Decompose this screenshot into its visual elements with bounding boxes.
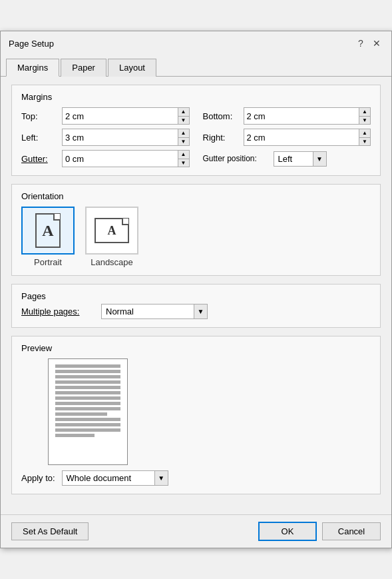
- right-input[interactable]: [244, 129, 359, 145]
- apply-to-arrow-icon: ▼: [154, 471, 168, 485]
- top-up-btn[interactable]: ▲: [178, 108, 189, 116]
- preview-line-2: [55, 370, 120, 373]
- tab-layout[interactable]: Layout: [108, 59, 156, 77]
- preview-line-7: [55, 396, 120, 400]
- tab-margins[interactable]: Margins: [6, 59, 59, 77]
- apply-row: Apply to: Whole document This point forw…: [21, 470, 168, 486]
- preview-page: [48, 358, 128, 465]
- bottom-down-btn[interactable]: ▼: [359, 116, 370, 124]
- gutter-row: Gutter: ▲ ▼: [21, 150, 190, 167]
- ok-button[interactable]: OK: [258, 522, 317, 541]
- top-input[interactable]: [63, 108, 178, 124]
- close-button[interactable]: ✕: [370, 37, 383, 50]
- preview-line-13: [55, 428, 120, 432]
- bottom-input[interactable]: [244, 108, 359, 124]
- left-spinner: ▲ ▼: [62, 129, 190, 146]
- left-up-btn[interactable]: ▲: [178, 129, 189, 137]
- apply-to-select[interactable]: Whole document This point forward: [63, 471, 154, 485]
- multiple-pages-arrow-icon: ▼: [194, 304, 207, 318]
- landscape-page-icon: [95, 218, 129, 243]
- page-setup-dialog: Page Setup ? ✕ Margins Paper Layout Marg…: [0, 31, 392, 548]
- apply-to-label: Apply to:: [21, 473, 55, 483]
- top-spinner: ▲ ▼: [62, 107, 190, 125]
- right-down-btn[interactable]: ▼: [359, 137, 370, 145]
- preview-line-14: [55, 434, 95, 437]
- cancel-button[interactable]: Cancel: [322, 522, 381, 540]
- pages-group: Pages Multiple pages: Normal Mirror marg…: [11, 284, 381, 328]
- right-up-btn[interactable]: ▲: [359, 129, 370, 137]
- pages-group-label: Pages: [21, 291, 371, 301]
- bottom-spinner: ▲ ▼: [244, 107, 371, 125]
- margins-grid: Top: ▲ ▼ Bottom: ▲: [21, 107, 371, 167]
- top-row: Top: ▲ ▼: [21, 107, 190, 125]
- right-label: Right:: [203, 133, 240, 143]
- portrait-page-icon: [35, 213, 61, 248]
- preview-line-4: [55, 380, 120, 384]
- gutter-up-btn[interactable]: ▲: [178, 151, 189, 159]
- landscape-label: Landscape: [91, 257, 133, 267]
- bottom-label: Bottom:: [203, 111, 240, 121]
- gutter-input[interactable]: [63, 151, 178, 167]
- preview-line-12: [55, 423, 120, 426]
- margins-group-label: Margins: [21, 92, 371, 102]
- gutter-position-select[interactable]: Left Top: [274, 152, 313, 166]
- tab-paper[interactable]: Paper: [61, 59, 106, 77]
- gutter-label: Gutter:: [21, 154, 58, 164]
- orientation-label: Orientation: [21, 191, 371, 201]
- left-down-btn[interactable]: ▼: [178, 137, 189, 145]
- top-down-btn[interactable]: ▼: [178, 116, 189, 124]
- apply-to-select-wrap: Whole document This point forward ▼: [62, 470, 168, 486]
- orientation-group: Orientation Portrait: [11, 184, 381, 276]
- title-bar: Page Setup ? ✕: [1, 31, 391, 55]
- preview-group: Preview: [11, 336, 381, 494]
- bottom-up-btn[interactable]: ▲: [359, 108, 370, 116]
- left-row: Left: ▲ ▼: [21, 129, 190, 146]
- margins-group: Margins Top: ▲ ▼ Bottom:: [11, 85, 381, 176]
- landscape-corner: [122, 219, 128, 225]
- preview-line-1: [55, 364, 120, 368]
- gutter-spinner: ▲ ▼: [62, 150, 190, 167]
- top-spinner-btns: ▲ ▼: [178, 108, 189, 124]
- top-label: Top:: [21, 111, 58, 121]
- right-row: Right: ▲ ▼: [203, 129, 371, 146]
- preview-line-9: [55, 407, 120, 410]
- preview-line-8: [55, 402, 120, 405]
- bottom-bar: Set As Default OK Cancel: [1, 514, 391, 548]
- pages-row: Multiple pages: Normal Mirror margins 2 …: [21, 304, 371, 319]
- orientation-buttons: Portrait Landscape: [21, 207, 371, 267]
- bottom-spinner-btns: ▲ ▼: [359, 108, 370, 124]
- gutter-position-arrow-icon: ▼: [313, 152, 326, 166]
- preview-line-6: [55, 391, 120, 394]
- gutter-spinner-btns: ▲ ▼: [178, 151, 189, 167]
- gutter-position-label: Gutter position:: [203, 154, 270, 163]
- tab-content: Margins Top: ▲ ▼ Bottom:: [1, 77, 391, 514]
- gutter-position-row: Gutter position: Left Top ▼: [203, 150, 371, 167]
- preview-label: Preview: [21, 343, 371, 353]
- help-button[interactable]: ?: [354, 37, 367, 50]
- tab-bar: Margins Paper Layout: [1, 58, 391, 77]
- landscape-icon: [85, 207, 138, 255]
- preview-line-11: [55, 418, 120, 421]
- preview-line-3: [55, 375, 120, 378]
- preview-line-10: [55, 412, 107, 416]
- preview-content: Apply to: Whole document This point forw…: [21, 358, 371, 486]
- left-input[interactable]: [63, 129, 178, 145]
- multiple-pages-label: Multiple pages:: [21, 306, 95, 316]
- right-spinner: ▲ ▼: [244, 129, 371, 146]
- multiple-pages-select-wrap: Normal Mirror margins 2 pages per sheet …: [101, 304, 208, 319]
- right-spinner-btns: ▲ ▼: [359, 129, 370, 145]
- set-default-button[interactable]: Set As Default: [11, 522, 89, 540]
- multiple-pages-select[interactable]: Normal Mirror margins 2 pages per sheet …: [102, 304, 194, 318]
- portrait-corner: [53, 214, 60, 221]
- dialog-title: Page Setup: [9, 39, 54, 49]
- gutter-position-select-wrap: Left Top ▼: [274, 151, 327, 167]
- left-label: Left:: [21, 133, 58, 143]
- portrait-icon: [21, 207, 75, 255]
- bottom-row: Bottom: ▲ ▼: [203, 107, 371, 125]
- preview-line-5: [55, 386, 120, 389]
- gutter-down-btn[interactable]: ▼: [178, 159, 189, 167]
- landscape-option[interactable]: Landscape: [85, 207, 138, 267]
- title-controls: ? ✕: [354, 37, 383, 50]
- left-spinner-btns: ▲ ▼: [178, 129, 189, 145]
- portrait-option[interactable]: Portrait: [21, 207, 75, 267]
